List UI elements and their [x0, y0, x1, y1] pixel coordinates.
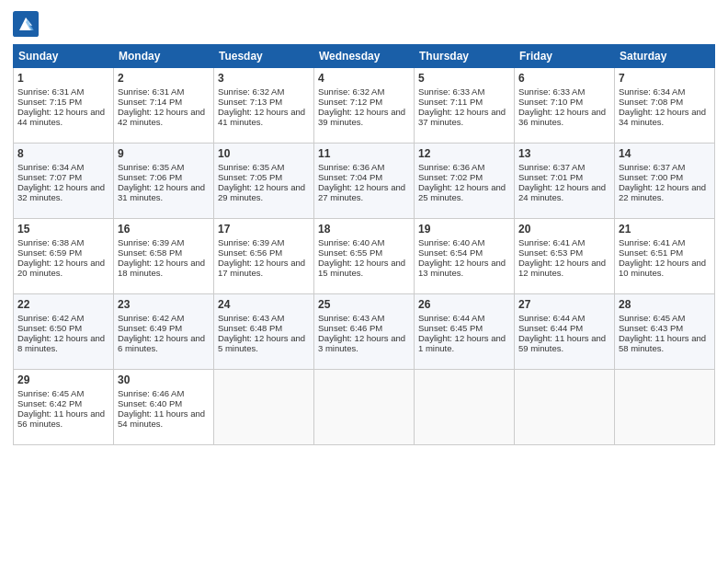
table-row: 4Sunrise: 6:32 AMSunset: 7:12 PMDaylight…	[314, 68, 415, 144]
col-sunday: Sunday	[14, 45, 114, 68]
table-row: 27Sunrise: 6:44 AMSunset: 6:44 PMDayligh…	[515, 294, 615, 370]
table-row: 11Sunrise: 6:36 AMSunset: 7:04 PMDayligh…	[314, 144, 415, 219]
table-row: 1Sunrise: 6:31 AMSunset: 7:15 PMDaylight…	[14, 68, 114, 144]
table-row: 15Sunrise: 6:38 AMSunset: 6:59 PMDayligh…	[14, 219, 114, 294]
logo	[13, 11, 42, 37]
table-row: 13Sunrise: 6:37 AMSunset: 7:01 PMDayligh…	[515, 144, 615, 219]
col-saturday: Saturday	[615, 45, 715, 68]
table-row	[214, 370, 314, 445]
calendar-week-3: 15Sunrise: 6:38 AMSunset: 6:59 PMDayligh…	[14, 219, 715, 294]
table-row: 21Sunrise: 6:41 AMSunset: 6:51 PMDayligh…	[615, 219, 715, 294]
col-friday: Friday	[515, 45, 615, 68]
col-monday: Monday	[114, 45, 214, 68]
page: Sunday Monday Tuesday Wednesday Thursday…	[0, 0, 728, 563]
table-row: 18Sunrise: 6:40 AMSunset: 6:55 PMDayligh…	[314, 219, 415, 294]
table-row: 3Sunrise: 6:32 AMSunset: 7:13 PMDaylight…	[214, 68, 314, 144]
table-row: 10Sunrise: 6:35 AMSunset: 7:05 PMDayligh…	[214, 144, 314, 219]
table-row: 12Sunrise: 6:36 AMSunset: 7:02 PMDayligh…	[415, 144, 515, 219]
calendar-week-4: 22Sunrise: 6:42 AMSunset: 6:50 PMDayligh…	[14, 294, 715, 370]
table-row: 30Sunrise: 6:46 AMSunset: 6:40 PMDayligh…	[114, 370, 214, 445]
table-row: 14Sunrise: 6:37 AMSunset: 7:00 PMDayligh…	[615, 144, 715, 219]
calendar-table: Sunday Monday Tuesday Wednesday Thursday…	[13, 44, 715, 445]
table-row: 6Sunrise: 6:33 AMSunset: 7:10 PMDaylight…	[515, 68, 615, 144]
calendar-week-5: 29Sunrise: 6:45 AMSunset: 6:42 PMDayligh…	[14, 370, 715, 445]
table-row	[515, 370, 615, 445]
table-row	[615, 370, 715, 445]
col-thursday: Thursday	[415, 45, 515, 68]
table-row: 19Sunrise: 6:40 AMSunset: 6:54 PMDayligh…	[415, 219, 515, 294]
table-row: 22Sunrise: 6:42 AMSunset: 6:50 PMDayligh…	[14, 294, 114, 370]
col-wednesday: Wednesday	[314, 45, 415, 68]
calendar-week-1: 1Sunrise: 6:31 AMSunset: 7:15 PMDaylight…	[14, 68, 715, 144]
calendar-header-row: Sunday Monday Tuesday Wednesday Thursday…	[14, 45, 715, 68]
table-row: 26Sunrise: 6:44 AMSunset: 6:45 PMDayligh…	[415, 294, 515, 370]
calendar-week-2: 8Sunrise: 6:34 AMSunset: 7:07 PMDaylight…	[14, 144, 715, 219]
table-row	[415, 370, 515, 445]
table-row: 7Sunrise: 6:34 AMSunset: 7:08 PMDaylight…	[615, 68, 715, 144]
table-row	[314, 370, 415, 445]
table-row: 28Sunrise: 6:45 AMSunset: 6:43 PMDayligh…	[615, 294, 715, 370]
table-row: 24Sunrise: 6:43 AMSunset: 6:48 PMDayligh…	[214, 294, 314, 370]
table-row: 20Sunrise: 6:41 AMSunset: 6:53 PMDayligh…	[515, 219, 615, 294]
table-row: 2Sunrise: 6:31 AMSunset: 7:14 PMDaylight…	[114, 68, 214, 144]
table-row: 5Sunrise: 6:33 AMSunset: 7:11 PMDaylight…	[415, 68, 515, 144]
table-row: 8Sunrise: 6:34 AMSunset: 7:07 PMDaylight…	[14, 144, 114, 219]
logo-icon	[13, 11, 39, 37]
table-row: 23Sunrise: 6:42 AMSunset: 6:49 PMDayligh…	[114, 294, 214, 370]
table-row: 16Sunrise: 6:39 AMSunset: 6:58 PMDayligh…	[114, 219, 214, 294]
header	[13, 11, 715, 37]
table-row: 29Sunrise: 6:45 AMSunset: 6:42 PMDayligh…	[14, 370, 114, 445]
table-row: 17Sunrise: 6:39 AMSunset: 6:56 PMDayligh…	[214, 219, 314, 294]
table-row: 25Sunrise: 6:43 AMSunset: 6:46 PMDayligh…	[314, 294, 415, 370]
col-tuesday: Tuesday	[214, 45, 314, 68]
table-row: 9Sunrise: 6:35 AMSunset: 7:06 PMDaylight…	[114, 144, 214, 219]
